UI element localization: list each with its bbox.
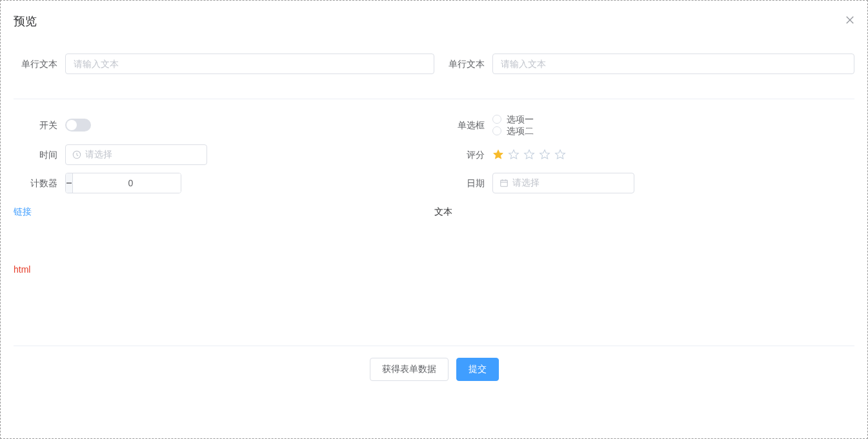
radio-option-label: 选项二 [507, 125, 534, 137]
text-input-2[interactable] [492, 54, 855, 74]
star-icon[interactable] [492, 149, 504, 161]
radio-label: 单选框 [441, 115, 492, 135]
date-label: 日期 [441, 173, 492, 193]
close-icon[interactable] [845, 15, 854, 27]
date-picker[interactable]: 请选择 [492, 173, 634, 193]
html-text: html [14, 264, 30, 275]
calendar-icon [500, 179, 509, 188]
time-picker[interactable]: 请选择 [65, 144, 207, 165]
dialog-title: 预览 [14, 14, 37, 29]
counter-input[interactable] [73, 173, 181, 193]
radio-circle-icon [492, 115, 501, 124]
radio-option-2[interactable]: 选项二 [492, 125, 534, 137]
time-label: 时间 [14, 144, 65, 165]
star-icon[interactable] [508, 149, 520, 161]
counter-decrease-button[interactable] [66, 173, 73, 193]
star-icon[interactable] [523, 149, 535, 161]
star-icon[interactable] [539, 149, 550, 161]
text-input-label-2: 单行文本 [441, 54, 492, 74]
clock-icon [72, 150, 81, 159]
link[interactable]: 链接 [14, 206, 32, 218]
counter-label: 计数器 [14, 173, 65, 193]
star-icon[interactable] [554, 149, 566, 161]
time-placeholder: 请选择 [85, 149, 112, 161]
preview-dialog: 预览 单行文本 单行文本 开关 单选框 [0, 0, 868, 439]
dialog-footer: 获得表单数据 提交 [14, 346, 854, 381]
radio-circle-icon [492, 126, 501, 135]
get-form-data-button[interactable]: 获得表单数据 [370, 358, 449, 381]
counter [65, 173, 181, 193]
radio-option-1[interactable]: 选项一 [492, 113, 534, 125]
rating[interactable] [492, 149, 566, 161]
svg-line-4 [77, 155, 78, 155]
static-text: 文本 [434, 206, 452, 218]
text-input-label-1: 单行文本 [14, 54, 65, 74]
svg-rect-8 [500, 180, 507, 187]
switch-label: 开关 [14, 115, 65, 135]
radio-option-label: 选项一 [507, 113, 534, 125]
text-input-1[interactable] [65, 54, 434, 74]
date-placeholder: 请选择 [512, 177, 540, 189]
rate-label: 评分 [441, 144, 492, 165]
submit-button[interactable]: 提交 [456, 358, 499, 381]
switch-toggle[interactable] [65, 119, 91, 132]
